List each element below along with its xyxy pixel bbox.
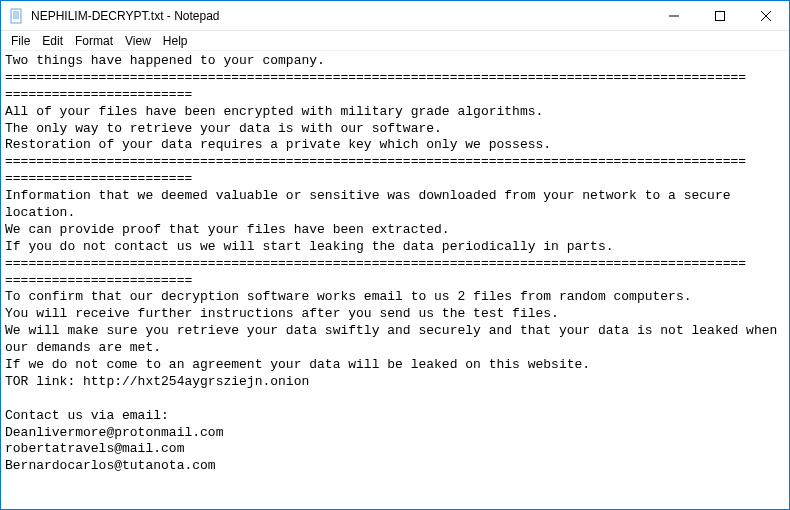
notepad-window: NEPHILIM-DECRYPT.txt - Notepad File Edit…	[0, 0, 790, 510]
window-controls	[651, 1, 789, 30]
menu-file[interactable]: File	[5, 32, 36, 50]
menu-help[interactable]: Help	[157, 32, 194, 50]
menubar: File Edit Format View Help	[1, 31, 789, 51]
text-content[interactable]: Two things have happened to your company…	[1, 51, 789, 509]
svg-rect-6	[716, 11, 725, 20]
window-title: NEPHILIM-DECRYPT.txt - Notepad	[31, 9, 651, 23]
menu-view[interactable]: View	[119, 32, 157, 50]
menu-edit[interactable]: Edit	[36, 32, 69, 50]
minimize-button[interactable]	[651, 1, 697, 30]
titlebar: NEPHILIM-DECRYPT.txt - Notepad	[1, 1, 789, 31]
close-button[interactable]	[743, 1, 789, 30]
notepad-icon	[9, 8, 25, 24]
menu-format[interactable]: Format	[69, 32, 119, 50]
maximize-button[interactable]	[697, 1, 743, 30]
